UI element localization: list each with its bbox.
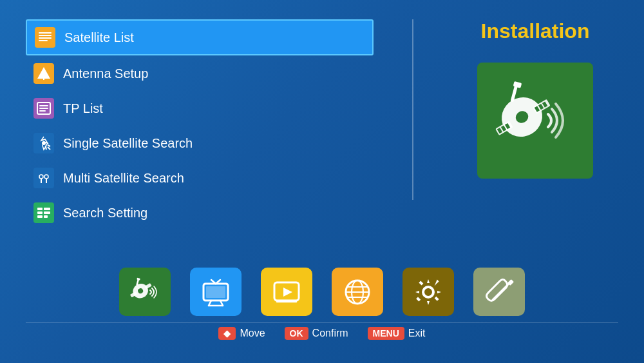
tp-list-icon <box>33 98 54 119</box>
svg-rect-0 <box>39 32 52 34</box>
svg-line-11 <box>48 145 50 146</box>
menu-list: Satellite List Antenna Setup <box>26 19 374 231</box>
menu-status: MENU Exit <box>368 327 426 340</box>
menu-item-antenna-setup[interactable]: Antenna Setup <box>26 57 374 90</box>
satellite-icon-box <box>477 63 593 179</box>
dock-tv-button[interactable] <box>190 268 242 316</box>
right-panel: Installation <box>426 19 618 255</box>
svg-rect-8 <box>39 108 48 109</box>
move-label: Move <box>240 328 265 339</box>
svg-marker-50 <box>283 288 292 297</box>
dock-settings-icon <box>412 276 444 308</box>
menu-key: MENU <box>368 327 404 340</box>
ok-key: OK <box>285 327 308 340</box>
svg-rect-18 <box>37 208 43 210</box>
svg-rect-3 <box>39 40 48 41</box>
dock-tv-icon <box>200 276 232 308</box>
dock-media-icon <box>270 276 303 308</box>
svg-rect-39 <box>137 277 140 280</box>
svg-point-15 <box>44 175 48 179</box>
svg-point-10 <box>42 141 46 145</box>
svg-point-14 <box>39 175 43 179</box>
left-panel: Satellite List Antenna Setup <box>26 19 412 255</box>
menu-label: Exit <box>408 328 426 339</box>
vertical-divider <box>412 19 413 200</box>
multi-search-icon <box>33 168 54 188</box>
dock-satellite-icon <box>129 276 161 308</box>
status-bar: ◆ Move OK Confirm MENU Exit <box>26 322 618 344</box>
svg-rect-23 <box>44 215 48 218</box>
satellite-list-label: Satellite List <box>64 30 134 45</box>
multi-satellite-search-label: Multi Satellite Search <box>63 171 184 186</box>
svg-rect-21 <box>44 208 50 210</box>
dock-media-button[interactable] <box>261 268 312 316</box>
antenna-setup-label: Antenna Setup <box>63 66 148 81</box>
dock-tools-button[interactable] <box>473 268 525 316</box>
svg-rect-7 <box>39 105 48 106</box>
satellite-illustration <box>490 75 580 166</box>
ok-label: Confirm <box>312 328 348 339</box>
menu-item-satellite-list[interactable]: Satellite List <box>26 19 374 55</box>
move-key: ◆ <box>218 327 236 340</box>
menu-item-single-satellite-search[interactable]: Single Satellite Search <box>26 126 374 160</box>
content-area: Satellite List Antenna Setup <box>26 19 618 255</box>
svg-line-13 <box>46 147 46 150</box>
section-title: Installation <box>481 19 590 43</box>
menu-item-tp-list[interactable]: TP List <box>26 92 374 125</box>
dock-internet-button[interactable] <box>332 268 383 316</box>
menu-item-search-setting[interactable]: Search Setting <box>26 196 374 230</box>
satellite-list-icon <box>35 27 55 48</box>
search-setting-icon <box>33 202 54 223</box>
svg-rect-5 <box>43 77 44 80</box>
antenna-icon <box>33 63 54 84</box>
svg-marker-4 <box>37 67 50 79</box>
ok-status: OK Confirm <box>285 327 348 340</box>
svg-rect-43 <box>206 286 225 298</box>
svg-rect-20 <box>37 215 43 218</box>
svg-rect-1 <box>39 35 52 36</box>
tp-list-label: TP List <box>63 101 103 116</box>
svg-rect-2 <box>39 37 52 39</box>
dock-tools-icon <box>483 276 515 308</box>
main-container: Satellite List Antenna Setup <box>0 0 644 363</box>
menu-item-multi-satellite-search[interactable]: Multi Satellite Search <box>26 161 374 195</box>
move-status: ◆ Move <box>218 327 265 340</box>
search-setting-label: Search Setting <box>63 206 147 221</box>
bottom-dock <box>26 261 618 319</box>
svg-rect-22 <box>44 211 50 214</box>
svg-line-12 <box>48 147 50 150</box>
dock-satellite-button[interactable] <box>119 268 171 316</box>
dock-settings-button[interactable] <box>402 268 454 316</box>
single-search-icon <box>33 133 54 153</box>
svg-rect-19 <box>37 211 43 214</box>
dock-internet-icon <box>341 276 374 308</box>
single-satellite-search-label: Single Satellite Search <box>63 136 193 151</box>
svg-rect-9 <box>39 110 46 112</box>
